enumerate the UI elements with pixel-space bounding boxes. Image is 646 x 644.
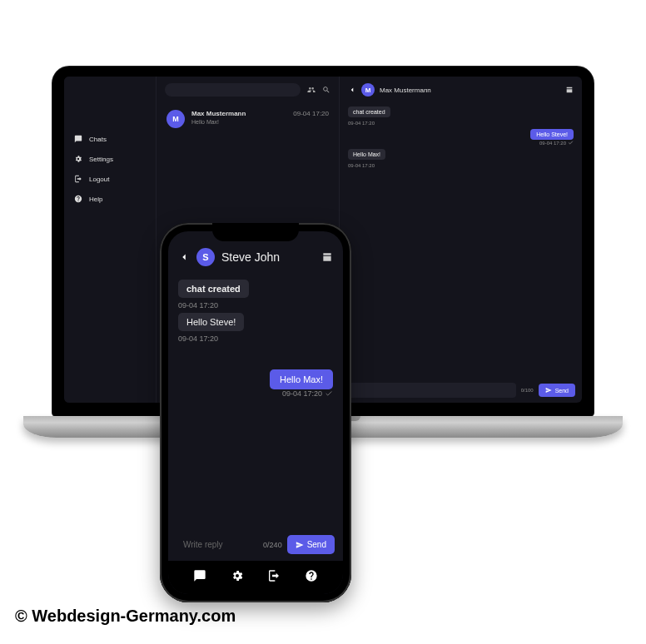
sidebar-item-label: Help (89, 196, 102, 203)
phone-mockup: S Steve John chat created 09-04 17:20 He… (160, 223, 351, 602)
send-icon (296, 541, 304, 549)
conversation-item[interactable]: M Max Mustermann 09-04 17:20 Hello Max! (157, 102, 339, 136)
help-icon[interactable] (305, 569, 318, 582)
phone-app: S Steve John chat created 09-04 17:20 He… (168, 231, 343, 594)
chat-header: M Max Mustermann (340, 77, 582, 103)
checkmark-icon (568, 140, 574, 146)
message-out: Hello Steve! 09-04 17:20 (530, 129, 574, 146)
phone-chat-body: chat created 09-04 17:20 Hello Steve! 09… (168, 275, 343, 528)
system-chip: chat created (348, 107, 390, 117)
timestamp: 09-04 17:20 (178, 334, 333, 343)
back-icon[interactable] (178, 251, 190, 263)
timestamp: 09-04 17:20 (348, 163, 574, 168)
group-add-icon[interactable] (307, 86, 316, 94)
back-icon[interactable] (348, 86, 356, 94)
sidebar-item-label: Chats (89, 136, 107, 143)
send-button[interactable]: Send (539, 384, 575, 397)
message-in: Hello Steve! (178, 313, 244, 331)
help-icon (74, 195, 82, 203)
movie-icon[interactable] (565, 86, 574, 94)
sidebar-item-help[interactable]: Help (74, 195, 156, 203)
copyright-text: © Webdesign-Germany.com (15, 607, 236, 626)
search-icon[interactable] (322, 86, 330, 94)
laptop-sidebar: Chats Settings Logout Help (64, 77, 156, 403)
message-out: Hello Max! 09-04 17:20 (270, 369, 333, 398)
search-input[interactable] (165, 83, 301, 97)
timestamp: 09-04 17:20 (530, 140, 574, 146)
send-label: Send (307, 540, 326, 549)
message-in: Hello Max! (348, 149, 385, 160)
conversation-text: Max Mustermann 09-04 17:20 Hello Max! (191, 110, 329, 128)
timestamp: 09-04 17:20 (270, 389, 333, 398)
message-bubble: Hello Max! (270, 369, 333, 389)
logout-icon (74, 175, 82, 183)
avatar: M (166, 110, 185, 128)
timestamp: 09-04 17:20 (178, 301, 333, 310)
send-label: Send (555, 388, 569, 394)
phone-chat-header: S Steve John (168, 231, 343, 275)
system-chip: chat created (178, 280, 249, 298)
avatar: S (196, 248, 215, 266)
chat-title: Steve John (221, 250, 315, 264)
char-counter: 0/100 (521, 388, 534, 393)
sidebar-item-label: Logout (89, 176, 109, 183)
conversation-name: Max Mustermann (191, 110, 246, 117)
sidebar-item-logout[interactable]: Logout (74, 175, 156, 183)
chat-icon[interactable] (193, 569, 206, 582)
chat-footer: 0/100 Send (340, 378, 582, 403)
chat-body: chat created 09-04 17:20 Hello Steve! 09… (340, 103, 582, 378)
phone-chat-footer: Write reply 0/240 Send (168, 528, 343, 561)
movie-icon[interactable] (321, 251, 333, 263)
conversation-time: 09-04 17:20 (293, 110, 329, 117)
sidebar-item-chats[interactable]: Chats (74, 135, 156, 143)
checkmark-icon (325, 389, 333, 398)
send-button[interactable]: Send (287, 535, 335, 554)
sidebar-item-label: Settings (89, 156, 113, 163)
conversation-preview: Hello Max! (191, 119, 329, 125)
sidebar-item-settings[interactable]: Settings (74, 155, 156, 163)
message-bubble: Hello Steve! (530, 129, 574, 140)
chat-title: Max Mustermann (380, 87, 560, 94)
phone-tab-bar (168, 561, 343, 594)
reply-input[interactable] (346, 383, 516, 398)
send-icon (545, 387, 552, 394)
gear-icon[interactable] (231, 569, 244, 582)
laptop-chat-panel: M Max Mustermann chat created 09-04 17:2… (339, 77, 582, 403)
logout-icon[interactable] (267, 569, 281, 582)
char-counter: 0/240 (263, 541, 282, 549)
avatar: M (361, 83, 375, 97)
chat-icon (74, 135, 82, 143)
gear-icon (74, 155, 82, 163)
reply-input[interactable]: Write reply (176, 535, 258, 554)
laptop-search-row (157, 77, 339, 102)
timestamp: 09-04 17:20 (348, 121, 574, 126)
